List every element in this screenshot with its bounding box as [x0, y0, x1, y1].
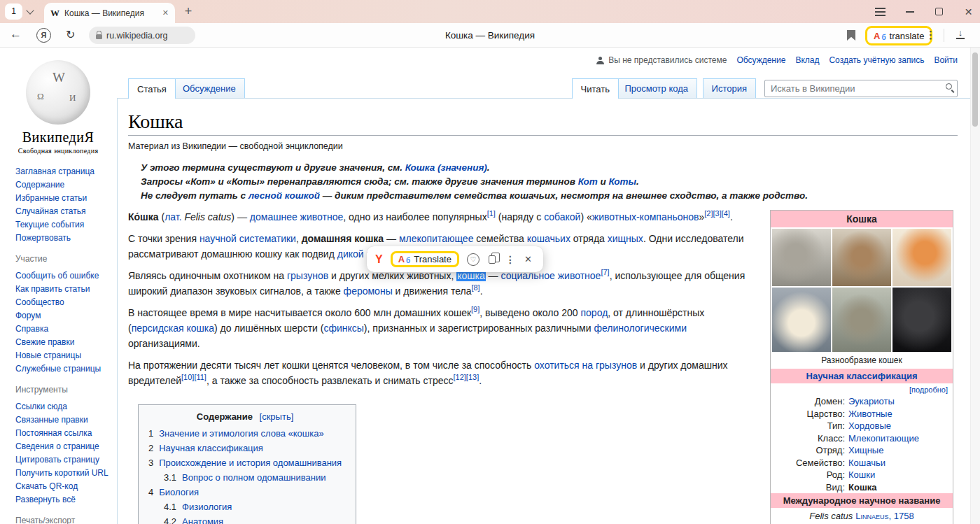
taxonomy-value[interactable]: Хордовые	[848, 420, 891, 432]
cat-photo[interactable]	[832, 288, 891, 352]
search-input[interactable]	[764, 80, 958, 97]
download-button[interactable]: ↓	[956, 28, 965, 39]
reference-link[interactable]: [1]	[487, 209, 496, 218]
sidebar-item-how-to-edit[interactable]: Как править статьи	[15, 283, 109, 296]
tab-article[interactable]: Статья	[128, 78, 176, 99]
tab-view-source[interactable]: Просмотр кода	[615, 78, 697, 98]
tab-read[interactable]: Читать	[572, 78, 619, 99]
address-bar[interactable]: ru.wikipedia.org	[89, 27, 195, 44]
cat-photo[interactable]	[772, 229, 831, 286]
user-link-contributions[interactable]: Вклад	[795, 55, 819, 65]
wiki-link[interactable]: пород	[581, 307, 608, 318]
tab-discussion[interactable]: Обсуждение	[174, 78, 245, 98]
cat-photo[interactable]	[892, 288, 951, 352]
sidebar-item-expand-all[interactable]: Развернуть всё	[15, 493, 109, 507]
sidebar-item-cite-page[interactable]: Цитировать страницу	[15, 453, 109, 467]
wiki-link[interactable]: собакой	[544, 211, 580, 222]
reference-link[interactable]: [8]	[471, 283, 479, 292]
scrollbar[interactable]	[970, 48, 980, 524]
scrollbar-thumb[interactable]	[972, 52, 978, 127]
year-link[interactable]: , 1758	[889, 511, 914, 521]
reference-link[interactable]: [7]	[601, 268, 609, 276]
sidebar-item-report-error[interactable]: Сообщить об ошибке	[15, 269, 109, 283]
reference-link[interactable]: [12][13]	[454, 373, 479, 381]
taxonomy-value[interactable]: Животные	[848, 408, 892, 420]
toc-link[interactable]: Значение и этимология слова «кошка»	[159, 428, 323, 439]
toc-link[interactable]: Физиология	[182, 502, 232, 512]
sidebar-item-special-pages[interactable]: Служебные страницы	[15, 362, 109, 376]
wiki-link[interactable]: персидская кошка	[132, 323, 214, 334]
toc-link[interactable]: Вопрос о полном одомашнивании	[182, 472, 326, 483]
search-icon[interactable]	[946, 83, 952, 90]
back-button[interactable]: ←	[10, 27, 22, 41]
tab-history[interactable]: История	[703, 78, 756, 98]
sidebar-item-help[interactable]: Справка	[15, 323, 109, 336]
wiki-link[interactable]: хищных	[608, 233, 643, 244]
sidebar-item-page-info[interactable]: Сведения о странице	[15, 440, 109, 453]
maximize-button[interactable]	[933, 6, 945, 17]
sidebar-item-current-events[interactable]: Текущие события	[15, 218, 109, 232]
new-tab-button[interactable]: +	[181, 3, 196, 19]
wiki-link[interactable]: кошачьих	[527, 233, 570, 244]
author-link[interactable]: Linnaeus	[855, 511, 888, 521]
sidebar-item-main-page[interactable]: Заглавная страница	[15, 165, 109, 178]
classification-header[interactable]: Научная классификация	[771, 369, 953, 383]
details-link[interactable]: [подробно]	[771, 383, 953, 395]
taxonomy-value[interactable]: Хищные	[848, 444, 883, 457]
wiki-link[interactable]: Коты	[608, 176, 636, 187]
sidebar-item-new-pages[interactable]: Новые страницы	[15, 349, 109, 362]
wiki-link[interactable]: животных-компаньонов	[592, 211, 699, 222]
yandex-home-button[interactable]: Я	[36, 28, 51, 43]
wiki-link[interactable]: феромоны	[344, 285, 393, 297]
tab-counter-button[interactable]: 1	[5, 3, 22, 20]
toc-link[interactable]: Научная классификация	[159, 443, 263, 453]
wiki-link[interactable]: Кот	[578, 176, 598, 187]
taxonomy-value[interactable]: Кошачьи	[848, 457, 886, 469]
toolbar-translate-button[interactable]: Аб translate	[865, 26, 932, 45]
more-options-icon[interactable]: ⋮	[925, 29, 936, 41]
wiki-link[interactable]: Кошка (значения)	[405, 162, 487, 173]
browser-menu-button[interactable]	[874, 6, 886, 17]
wiki-link[interactable]: фелинологическими	[594, 323, 687, 334]
chevron-down-icon[interactable]	[26, 6, 34, 14]
close-window-button[interactable]: ✕	[962, 6, 974, 17]
sidebar-item-forum[interactable]: Форум	[15, 309, 109, 323]
sidebar-item-contents[interactable]: Содержание	[15, 178, 109, 192]
taxonomy-value[interactable]: Млекопитающие	[848, 432, 919, 445]
cat-photo[interactable]	[892, 229, 951, 286]
wiki-link[interactable]: грызунов	[287, 270, 328, 281]
wikipedia-logo[interactable]: W Ω И ВикипедиЯ Свободная энциклопедия	[14, 60, 102, 155]
cat-photo[interactable]	[832, 229, 891, 286]
sidebar-item-community[interactable]: Сообщество	[15, 296, 109, 309]
sidebar-item-short-url[interactable]: Получить короткий URL	[15, 467, 109, 480]
user-link-create-account[interactable]: Создать учётную запись	[829, 55, 924, 65]
user-link-talk[interactable]: Обсуждение	[736, 55, 785, 65]
wiki-link[interactable]: млекопитающее	[399, 233, 474, 244]
reference-link[interactable]: [9]	[471, 305, 479, 313]
sidebar-item-what-links-here[interactable]: Ссылки сюда	[15, 400, 109, 413]
user-link-login[interactable]: Войти	[934, 55, 958, 65]
wiki-link[interactable]: научной систематики	[200, 233, 296, 244]
wiki-link[interactable]: лесной кошкой	[248, 190, 320, 201]
toc-hide-link[interactable]: [скрыть]	[260, 411, 294, 422]
toc-link[interactable]: Анатомия	[182, 516, 223, 524]
sidebar-item-random[interactable]: Случайная статья	[15, 205, 109, 218]
wiki-link[interactable]: лат.	[164, 211, 181, 222]
wiki-link[interactable]: сфинксы	[323, 323, 363, 334]
wiki-link[interactable]: домашнее животное	[250, 211, 343, 222]
favorite-circle-icon[interactable]: ♡	[467, 253, 479, 266]
sidebar-item-related-changes[interactable]: Связанные правки	[15, 413, 109, 427]
cat-photo[interactable]	[772, 288, 831, 352]
wiki-link[interactable]: охотиться на грызунов	[534, 360, 637, 371]
browser-tab[interactable]: W Кошка — Википедия ✕	[44, 3, 175, 23]
reload-button[interactable]: ↻	[66, 28, 75, 41]
minimize-button[interactable]	[904, 6, 916, 17]
reference-link[interactable]: [2][3][4]	[704, 209, 730, 218]
sidebar-item-featured[interactable]: Избранные статьи	[15, 192, 109, 205]
popup-more-icon[interactable]: ⋮	[505, 254, 515, 265]
taxonomy-value[interactable]: Эукариоты	[848, 395, 895, 408]
sidebar-item-recent-changes[interactable]: Свежие правки	[15, 336, 109, 349]
sidebar-item-permanent-link[interactable]: Постоянная ссылка	[15, 427, 109, 440]
copy-icon[interactable]	[489, 255, 496, 264]
sidebar-item-qr-code[interactable]: Скачать QR-код	[15, 480, 109, 493]
